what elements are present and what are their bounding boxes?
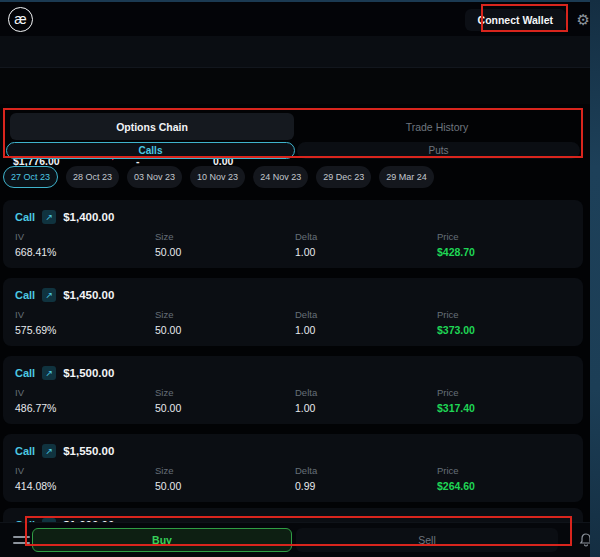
delta-label: Delta xyxy=(295,465,317,476)
external-arrow-icon[interactable]: ↗ xyxy=(42,210,56,224)
delta-value: 1.00 xyxy=(295,402,315,414)
top-bar: æ Connect Wallet ⚙ xyxy=(0,2,600,36)
tab-puts[interactable]: Puts xyxy=(297,142,580,159)
expiry-pill-label: 29 Dec 23 xyxy=(323,172,364,182)
size-label: Size xyxy=(155,231,173,242)
expiry-pill-label: 10 Nov 23 xyxy=(197,172,238,182)
size-label: Size xyxy=(155,309,173,320)
option-card-header: Call ↗ $1,550.00 xyxy=(15,444,114,458)
expiry-pill[interactable]: 10 Nov 23 xyxy=(190,166,245,188)
strike-price: $1,450.00 xyxy=(63,289,114,301)
delta-label: Delta xyxy=(295,231,317,242)
delta-label: Delta xyxy=(295,387,317,398)
external-arrow-icon[interactable]: ↗ xyxy=(42,444,56,458)
external-arrow-icon[interactable]: ↗ xyxy=(42,288,56,302)
option-card[interactable]: Call ↗ $1,500.00 IV Size Delta Price 486… xyxy=(3,356,583,424)
expiry-pill-label: 03 Nov 23 xyxy=(134,172,175,182)
option-card-header: Call ↗ $1,500.00 xyxy=(15,366,114,380)
buy-button[interactable]: Buy xyxy=(32,528,292,552)
expiry-pill-label: 24 Nov 23 xyxy=(260,172,301,182)
market-stats-row: ETH Spot $1,776.00 Open Interest - Put:C… xyxy=(0,68,600,104)
menu-icon[interactable] xyxy=(13,536,30,548)
expiry-pill[interactable]: 29 Dec 23 xyxy=(316,166,371,188)
iv-label: IV xyxy=(15,231,24,242)
expiry-pill[interactable]: 27 Oct 23 xyxy=(3,166,58,188)
option-card-header: Call ↗ $1,450.00 xyxy=(15,288,114,302)
size-value: 50.00 xyxy=(155,480,181,492)
size-label: Size xyxy=(155,465,173,476)
size-label: Size xyxy=(155,387,173,398)
expiry-pill[interactable]: 03 Nov 23 xyxy=(127,166,182,188)
option-card-header: Call ↗ $1,400.00 xyxy=(15,210,114,224)
price-label: Price xyxy=(437,465,459,476)
expiry-pill-label: 28 Oct 23 xyxy=(73,172,112,182)
size-value: 50.00 xyxy=(155,402,181,414)
option-type-label: Call xyxy=(15,211,35,223)
delta-label: Delta xyxy=(295,309,317,320)
iv-value: 486.77% xyxy=(15,402,56,414)
delta-value: 0.99 xyxy=(295,480,315,492)
expiry-pill[interactable]: 29 Mar 24 xyxy=(379,166,434,188)
iv-label: IV xyxy=(15,387,24,398)
expiry-date-tabs: 27 Oct 23 28 Oct 23 03 Nov 23 10 Nov 23 … xyxy=(3,166,434,188)
delta-value: 1.00 xyxy=(295,246,315,258)
sell-button[interactable]: Sell xyxy=(296,528,558,552)
option-card[interactable]: Call ↗ $1,550.00 IV Size Delta Price 414… xyxy=(3,434,583,502)
option-type-label: Call xyxy=(15,367,35,379)
price-label: Price xyxy=(437,309,459,320)
expiry-pill[interactable]: 24 Nov 23 xyxy=(253,166,308,188)
price-value: $264.60 xyxy=(437,480,475,492)
expiry-pill-label: 29 Mar 24 xyxy=(386,172,427,182)
tab-options-chain[interactable]: Options Chain xyxy=(10,113,294,140)
expiry-pill-label: 27 Oct 23 xyxy=(11,172,50,182)
strike-price: $1,500.00 xyxy=(63,367,114,379)
iv-label: IV xyxy=(15,309,24,320)
external-arrow-icon[interactable]: ↗ xyxy=(42,366,56,380)
option-card[interactable]: Call ↗ $1,450.00 IV Size Delta Price 575… xyxy=(3,278,583,346)
price-value: $428.70 xyxy=(437,246,475,258)
tab-calls[interactable]: Calls xyxy=(6,142,295,159)
price-label: Price xyxy=(437,231,459,242)
price-label: Price xyxy=(437,387,459,398)
asset-header[interactable]: Ethereum Options xyxy=(0,36,600,68)
price-value: $317.40 xyxy=(437,402,475,414)
iv-value: 575.69% xyxy=(15,324,56,336)
iv-label: IV xyxy=(15,465,24,476)
iv-value: 668.41% xyxy=(15,246,56,258)
gear-icon[interactable]: ⚙ xyxy=(577,10,590,30)
app-window: æ Connect Wallet ⚙ Ethereum Options ETH … xyxy=(0,0,600,557)
strike-price: $1,400.00 xyxy=(63,211,114,223)
delta-value: 1.00 xyxy=(295,324,315,336)
price-value: $373.00 xyxy=(437,324,475,336)
expiry-pill[interactable]: 28 Oct 23 xyxy=(66,166,119,188)
size-value: 50.00 xyxy=(155,324,181,336)
bottom-action-bar: Buy Sell xyxy=(0,522,600,557)
strike-price: $1,550.00 xyxy=(63,445,114,457)
iv-value: 414.08% xyxy=(15,480,56,492)
aevo-logo-icon[interactable]: æ xyxy=(8,7,33,32)
option-type-label: Call xyxy=(15,445,35,457)
size-value: 50.00 xyxy=(155,246,181,258)
tab-trade-history[interactable]: Trade History xyxy=(294,113,580,140)
connect-wallet-button[interactable]: Connect Wallet xyxy=(465,9,566,31)
option-card[interactable]: Call ↗ $1,400.00 IV Size Delta Price 668… xyxy=(3,200,583,268)
option-type-label: Call xyxy=(15,289,35,301)
scrollbar[interactable] xyxy=(590,0,600,557)
